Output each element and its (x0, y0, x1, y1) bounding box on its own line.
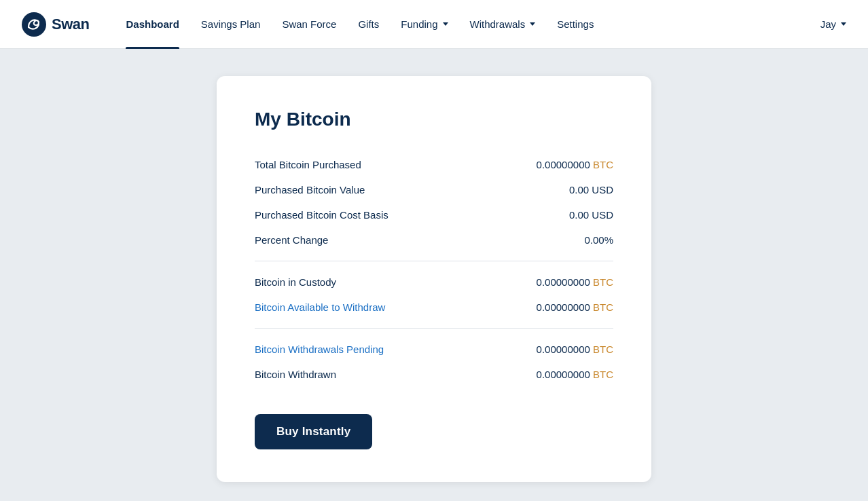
main-nav: Dashboard Savings Plan Swan Force Gifts … (116, 0, 820, 49)
nav-gifts[interactable]: Gifts (348, 0, 388, 49)
primary-stats: Total Bitcoin Purchased 0.00000000 BTC P… (255, 152, 613, 253)
withdrawal-stats: Bitcoin Withdrawals Pending 0.00000000 B… (255, 337, 613, 387)
btc-withdrawals-pending-label[interactable]: Bitcoin Withdrawals Pending (255, 344, 384, 355)
header: Swan Dashboard Savings Plan Swan Force G… (0, 0, 868, 49)
main-content: My Bitcoin Total Bitcoin Purchased 0.000… (0, 49, 868, 501)
user-chevron-icon (841, 22, 846, 26)
table-row: Bitcoin Withdrawn 0.00000000 BTC (255, 362, 613, 387)
card-title: My Bitcoin (255, 109, 613, 130)
purchased-btc-value-label: Purchased Bitcoin Value (255, 184, 365, 196)
btc-in-custody-label: Bitcoin in Custody (255, 276, 336, 288)
percent-change-value: 0.00% (584, 234, 613, 246)
table-row: Percent Change 0.00% (255, 227, 613, 253)
nav-withdrawals[interactable]: Withdrawals (460, 0, 545, 49)
swan-logo-icon (22, 12, 46, 37)
nav-swan-force[interactable]: Swan Force (272, 0, 346, 49)
funding-chevron-icon (443, 22, 448, 26)
btc-available-withdraw-label[interactable]: Bitcoin Available to Withdraw (255, 301, 385, 313)
divider-1 (255, 261, 613, 261)
logo-text: Swan (52, 16, 89, 33)
nav-settings[interactable]: Settings (547, 0, 603, 49)
btc-in-custody-value: 0.00000000 BTC (537, 276, 613, 288)
total-btc-purchased-value: 0.00000000 BTC (537, 159, 613, 170)
purchased-btc-cost-label: Purchased Bitcoin Cost Basis (255, 209, 388, 221)
table-row: Bitcoin Withdrawals Pending 0.00000000 B… (255, 337, 613, 362)
purchased-btc-value-value: 0.00 USD (569, 184, 613, 196)
user-menu[interactable]: Jay (820, 18, 846, 30)
table-row: Total Bitcoin Purchased 0.00000000 BTC (255, 152, 613, 177)
nav-funding[interactable]: Funding (391, 0, 457, 49)
withdrawals-chevron-icon (530, 22, 535, 26)
btc-withdrawals-pending-value: 0.00000000 BTC (537, 344, 613, 355)
btc-withdrawn-label: Bitcoin Withdrawn (255, 369, 336, 380)
btc-available-withdraw-value: 0.00000000 BTC (537, 301, 613, 313)
nav-dashboard[interactable]: Dashboard (116, 0, 188, 49)
divider-2 (255, 328, 613, 329)
total-btc-purchased-label: Total Bitcoin Purchased (255, 159, 361, 170)
purchased-btc-cost-value: 0.00 USD (569, 209, 613, 221)
table-row: Purchased Bitcoin Value 0.00 USD (255, 177, 613, 202)
table-row: Bitcoin Available to Withdraw 0.00000000… (255, 295, 613, 320)
nav-savings-plan[interactable]: Savings Plan (192, 0, 270, 49)
buy-instantly-button[interactable]: Buy Instantly (255, 414, 372, 449)
bitcoin-card: My Bitcoin Total Bitcoin Purchased 0.000… (217, 76, 651, 482)
user-name: Jay (820, 18, 836, 30)
table-row: Purchased Bitcoin Cost Basis 0.00 USD (255, 202, 613, 227)
btc-withdrawn-value: 0.00000000 BTC (537, 369, 613, 380)
logo[interactable]: Swan (22, 12, 89, 37)
percent-change-label: Percent Change (255, 234, 328, 246)
custody-stats: Bitcoin in Custody 0.00000000 BTC Bitcoi… (255, 270, 613, 320)
table-row: Bitcoin in Custody 0.00000000 BTC (255, 270, 613, 295)
